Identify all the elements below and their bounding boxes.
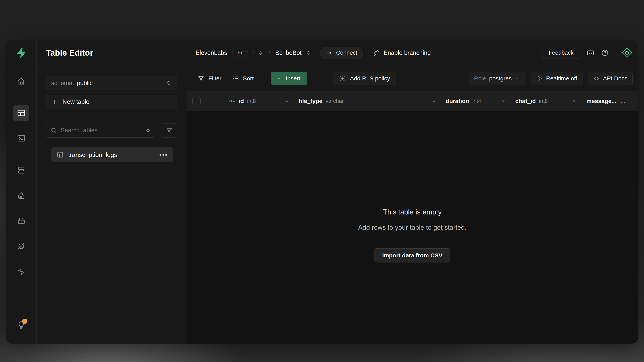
connect-label: Connect (336, 49, 357, 56)
sidebar-item-table-editor[interactable] (13, 105, 29, 121)
schema-select[interactable]: schema: public (46, 76, 177, 90)
divider (263, 73, 263, 84)
notification-dot (22, 319, 27, 324)
chevrons-down-double-icon[interactable] (145, 127, 152, 134)
lock-icon (17, 191, 26, 200)
divider (12, 309, 31, 309)
sort-list-icon (232, 75, 239, 82)
insert-label: Insert (286, 75, 300, 82)
chevron-down-icon[interactable] (431, 98, 437, 104)
inbox-icon[interactable] (586, 49, 594, 57)
org-breadcrumb[interactable]: ElevenLabs (196, 49, 227, 56)
role-select[interactable]: Role postgres (469, 72, 526, 85)
supabase-logo-icon[interactable] (16, 47, 27, 58)
nav-rail (6, 40, 36, 344)
add-rls-policy-label: Add RLS policy (350, 75, 390, 82)
sort-button[interactable]: Sort (230, 75, 256, 82)
code-brackets-icon (593, 75, 600, 82)
sidebar-item-edge-functions[interactable] (13, 238, 29, 254)
feedback-button[interactable]: Feedback (542, 47, 580, 59)
realtime-broadcast-icon (536, 75, 543, 82)
plus-circle-icon (339, 75, 346, 82)
top-navigation: ElevenLabs Free / ScribeBot (187, 40, 638, 66)
table-list-item-transcription-logs[interactable]: transcription_logs ••• (51, 147, 173, 162)
new-table-button[interactable]: New table (46, 95, 177, 109)
enable-branching-label: Enable branching (384, 49, 431, 56)
role-value: postgres (489, 75, 512, 82)
search-icon (50, 127, 57, 134)
funnel-icon (166, 127, 173, 134)
primary-key-icon (228, 98, 236, 105)
api-docs-button[interactable]: API Docs (588, 72, 633, 85)
funnel-icon (198, 75, 204, 82)
sidebar-item-advisors[interactable] (13, 264, 29, 280)
sidebar-item-sql-editor[interactable] (13, 130, 29, 146)
add-rls-policy-button[interactable]: Add RLS policy (333, 72, 396, 85)
search-tables-box (46, 123, 156, 138)
table-editor-sidebar: Table Editor schema: public New table (36, 40, 187, 344)
project-breadcrumb[interactable]: ScribeBot (275, 49, 302, 56)
select-all-checkbox[interactable] (192, 97, 200, 105)
column-header-message[interactable]: message... i... (582, 91, 638, 111)
chevron-down-icon[interactable] (284, 98, 290, 104)
filter-button[interactable]: Filter (196, 75, 224, 82)
import-csv-button[interactable]: Import data from CSV (374, 248, 450, 263)
sidebar-item-authentication[interactable] (13, 188, 29, 204)
page-title: Table Editor (46, 48, 93, 57)
realtime-toggle-button[interactable]: Realtime off (531, 72, 582, 85)
table-name: transcription_logs (68, 151, 117, 158)
sort-label: Sort (243, 75, 254, 82)
storage-folder-icon (17, 216, 26, 225)
empty-state-subtitle: Add rows to your table to get started. (358, 224, 467, 231)
enable-branching-button[interactable]: Enable branching (373, 49, 431, 56)
grid-header-row: id int8 file_type varchar duration int4 (187, 91, 638, 111)
divider (12, 154, 31, 154)
org-switcher-chevrons-icon[interactable] (257, 50, 264, 56)
terminal-icon (17, 134, 26, 143)
sidebar-header: Table Editor (36, 40, 187, 66)
column-header-duration[interactable]: duration int4 (442, 91, 511, 111)
main-area: ElevenLabs Free / ScribeBot (187, 40, 638, 344)
search-tables-input[interactable] (60, 127, 141, 134)
plug-icon (326, 49, 333, 56)
grid-toolbar: Filter Sort Insert (187, 66, 638, 91)
table-editor-icon (17, 108, 26, 117)
realtime-label: Realtime off (546, 75, 577, 82)
sidebar-item-database[interactable] (13, 162, 29, 178)
filter-label: Filter (208, 75, 222, 82)
sidebar-item-home[interactable] (13, 73, 29, 89)
git-branch-icon (373, 49, 380, 56)
help-icon[interactable] (601, 49, 609, 57)
select-all-cell (187, 91, 224, 111)
chevron-down-icon[interactable] (501, 98, 506, 104)
chevron-down-icon[interactable] (572, 98, 578, 104)
chevron-down-icon (276, 75, 282, 82)
plan-badge[interactable]: Free (232, 48, 254, 58)
chevrons-up-down-icon (166, 80, 172, 86)
new-table-label: New table (62, 98, 90, 105)
connect-button[interactable]: Connect (320, 47, 363, 59)
sidebar-item-updates[interactable] (13, 317, 29, 333)
empty-state: This table is empty Add rows to your tab… (358, 208, 467, 263)
table-icon (56, 151, 64, 158)
schema-select-label: schema: (51, 80, 74, 87)
project-switcher-chevrons-icon[interactable] (305, 50, 311, 56)
sidebar-item-storage[interactable] (13, 213, 29, 229)
cursor-click-icon (17, 267, 26, 276)
divider (12, 97, 31, 97)
column-header-chat-id[interactable]: chat_id int8 (511, 91, 582, 111)
home-icon (17, 77, 26, 86)
schema-select-value: public (77, 80, 92, 87)
grid-body: This table is empty Add rows to your tab… (187, 111, 638, 344)
app-window: Table Editor schema: public New table (6, 40, 638, 344)
filter-tables-button[interactable] (161, 123, 177, 138)
insert-button[interactable]: Insert (271, 72, 307, 85)
api-docs-label: API Docs (603, 75, 628, 82)
edge-functions-icon (17, 242, 26, 251)
chevron-down-icon (515, 76, 520, 81)
column-header-file-type[interactable]: file_type varchar (294, 91, 442, 111)
column-header-id[interactable]: id int8 (224, 91, 294, 111)
assistant-diamond-icon (622, 47, 632, 58)
assistant-panel-button[interactable] (616, 40, 638, 65)
breadcrumb-separator: / (268, 49, 270, 56)
